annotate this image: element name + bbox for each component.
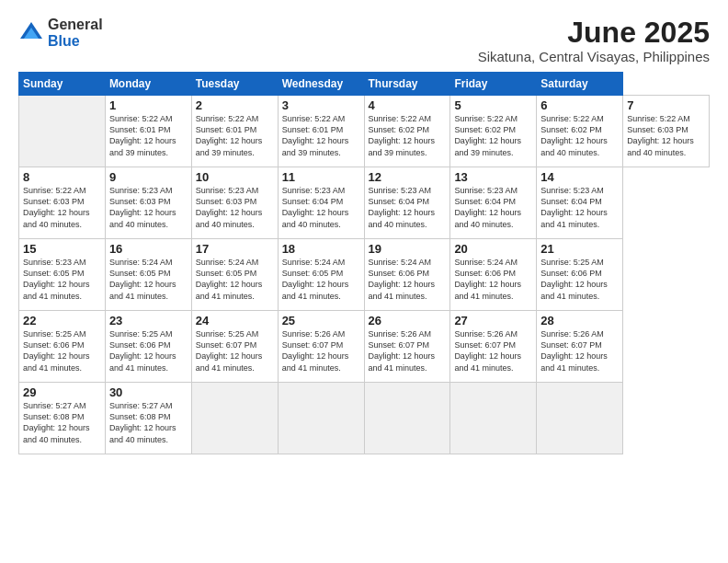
day-info: Sunrise: 5:22 AMSunset: 6:02 PMDaylight:… [369,113,447,158]
day-info: Sunrise: 5:26 AMSunset: 6:07 PMDaylight:… [282,328,360,373]
day-info: Sunrise: 5:22 AMSunset: 6:02 PMDaylight:… [454,113,532,158]
day-number: 29 [23,385,101,399]
table-row: 29Sunrise: 5:27 AMSunset: 6:08 PMDayligh… [19,383,106,454]
day-info: Sunrise: 5:23 AMSunset: 6:04 PMDaylight:… [369,185,447,230]
table-row: 24Sunrise: 5:25 AMSunset: 6:07 PMDayligh… [191,311,278,383]
table-row: 16Sunrise: 5:24 AMSunset: 6:05 PMDayligh… [105,239,191,311]
col-tuesday: Tuesday [191,73,278,96]
table-row: 25Sunrise: 5:26 AMSunset: 6:07 PMDayligh… [278,311,364,383]
page: General Blue June 2025 Sikatuna, Central… [0,0,728,563]
day-info: Sunrise: 5:26 AMSunset: 6:07 PMDaylight:… [369,328,447,373]
day-number: 11 [282,170,360,184]
day-info: Sunrise: 5:25 AMSunset: 6:06 PMDaylight:… [109,328,188,373]
day-info: Sunrise: 5:25 AMSunset: 6:06 PMDaylight:… [540,257,619,302]
day-info: Sunrise: 5:23 AMSunset: 6:04 PMDaylight:… [282,185,360,230]
col-sunday: Sunday [19,73,106,96]
table-row [364,383,450,454]
week-row-4: 29Sunrise: 5:27 AMSunset: 6:08 PMDayligh… [19,383,710,454]
table-row: 14Sunrise: 5:23 AMSunset: 6:04 PMDayligh… [537,167,623,239]
day-info: Sunrise: 5:22 AMSunset: 6:01 PMDaylight:… [282,113,360,158]
logo-blue-text: Blue [48,33,103,50]
day-number: 15 [23,242,101,256]
header-row: General Blue June 2025 Sikatuna, Central… [18,17,710,64]
table-row [278,383,364,454]
table-row: 1Sunrise: 5:22 AMSunset: 6:01 PMDaylight… [105,96,191,167]
day-info: Sunrise: 5:23 AMSunset: 6:04 PMDaylight:… [540,185,619,230]
day-number: 14 [540,170,619,184]
day-info: Sunrise: 5:23 AMSunset: 6:05 PMDaylight:… [23,257,101,302]
day-number: 20 [454,242,532,256]
table-row [19,96,106,167]
table-row: 26Sunrise: 5:26 AMSunset: 6:07 PMDayligh… [364,311,450,383]
logo-icon [18,20,44,46]
day-number: 5 [454,98,532,112]
day-number: 30 [109,385,188,399]
table-row: 4Sunrise: 5:22 AMSunset: 6:02 PMDaylight… [364,96,450,167]
col-thursday: Thursday [364,73,450,96]
day-info: Sunrise: 5:24 AMSunset: 6:05 PMDaylight:… [196,257,274,302]
table-row: 7Sunrise: 5:22 AMSunset: 6:03 PMDaylight… [623,96,710,167]
day-info: Sunrise: 5:22 AMSunset: 6:02 PMDaylight:… [540,113,619,158]
day-number: 4 [369,98,447,112]
week-row-2: 15Sunrise: 5:23 AMSunset: 6:05 PMDayligh… [19,239,710,311]
table-row: 5Sunrise: 5:22 AMSunset: 6:02 PMDaylight… [450,96,537,167]
day-number: 8 [23,170,101,184]
day-info: Sunrise: 5:22 AMSunset: 6:03 PMDaylight:… [627,113,705,158]
table-row: 2Sunrise: 5:22 AMSunset: 6:01 PMDaylight… [191,96,278,167]
day-number: 24 [196,314,274,327]
logo: General Blue [18,17,103,49]
day-info: Sunrise: 5:22 AMSunset: 6:01 PMDaylight:… [196,113,274,158]
day-info: Sunrise: 5:27 AMSunset: 6:08 PMDaylight:… [23,400,101,445]
day-number: 3 [282,98,360,112]
day-number: 26 [369,314,447,327]
day-number: 16 [109,242,188,256]
day-info: Sunrise: 5:24 AMSunset: 6:05 PMDaylight:… [282,257,360,302]
day-info: Sunrise: 5:27 AMSunset: 6:08 PMDaylight:… [109,400,188,445]
table-row: 30Sunrise: 5:27 AMSunset: 6:08 PMDayligh… [105,383,191,454]
day-info: Sunrise: 5:23 AMSunset: 6:03 PMDaylight:… [196,185,274,230]
day-number: 13 [454,170,532,184]
day-number: 27 [454,314,532,327]
table-row: 15Sunrise: 5:23 AMSunset: 6:05 PMDayligh… [19,239,106,311]
header-row-days: Sunday Monday Tuesday Wednesday Thursday… [19,73,710,96]
day-info: Sunrise: 5:22 AMSunset: 6:03 PMDaylight:… [23,185,101,230]
col-monday: Monday [105,73,191,96]
table-row: 18Sunrise: 5:24 AMSunset: 6:05 PMDayligh… [278,239,364,311]
calendar-table: Sunday Monday Tuesday Wednesday Thursday… [18,72,710,454]
day-info: Sunrise: 5:26 AMSunset: 6:07 PMDaylight:… [454,328,532,373]
day-info: Sunrise: 5:24 AMSunset: 6:06 PMDaylight:… [369,257,447,302]
day-number: 7 [627,98,705,112]
day-number: 2 [196,98,274,112]
table-row: 17Sunrise: 5:24 AMSunset: 6:05 PMDayligh… [191,239,278,311]
day-number: 18 [282,242,360,256]
table-row [191,383,278,454]
table-row: 22Sunrise: 5:25 AMSunset: 6:06 PMDayligh… [19,311,106,383]
day-number: 25 [282,314,360,327]
day-info: Sunrise: 5:25 AMSunset: 6:07 PMDaylight:… [196,328,274,373]
week-row-3: 22Sunrise: 5:25 AMSunset: 6:06 PMDayligh… [19,311,710,383]
table-row: 19Sunrise: 5:24 AMSunset: 6:06 PMDayligh… [364,239,450,311]
table-row: 27Sunrise: 5:26 AMSunset: 6:07 PMDayligh… [450,311,537,383]
day-info: Sunrise: 5:23 AMSunset: 6:03 PMDaylight:… [109,185,188,230]
day-info: Sunrise: 5:26 AMSunset: 6:07 PMDaylight:… [540,328,619,373]
table-row: 13Sunrise: 5:23 AMSunset: 6:04 PMDayligh… [450,167,537,239]
table-row: 11Sunrise: 5:23 AMSunset: 6:04 PMDayligh… [278,167,364,239]
title-block: June 2025 Sikatuna, Central Visayas, Phi… [478,17,710,64]
table-row: 3Sunrise: 5:22 AMSunset: 6:01 PMDaylight… [278,96,364,167]
day-number: 1 [109,98,188,112]
table-row: 21Sunrise: 5:25 AMSunset: 6:06 PMDayligh… [537,239,623,311]
col-saturday: Saturday [537,73,623,96]
day-number: 19 [369,242,447,256]
table-row: 28Sunrise: 5:26 AMSunset: 6:07 PMDayligh… [537,311,623,383]
table-row: 10Sunrise: 5:23 AMSunset: 6:03 PMDayligh… [191,167,278,239]
table-row: 9Sunrise: 5:23 AMSunset: 6:03 PMDaylight… [105,167,191,239]
day-info: Sunrise: 5:24 AMSunset: 6:06 PMDaylight:… [454,257,532,302]
main-title: June 2025 [478,17,710,49]
day-number: 10 [196,170,274,184]
table-row: 8Sunrise: 5:22 AMSunset: 6:03 PMDaylight… [19,167,106,239]
table-row: 12Sunrise: 5:23 AMSunset: 6:04 PMDayligh… [364,167,450,239]
day-info: Sunrise: 5:24 AMSunset: 6:05 PMDaylight:… [109,257,188,302]
day-info: Sunrise: 5:25 AMSunset: 6:06 PMDaylight:… [23,328,101,373]
day-number: 22 [23,314,101,327]
day-number: 12 [369,170,447,184]
